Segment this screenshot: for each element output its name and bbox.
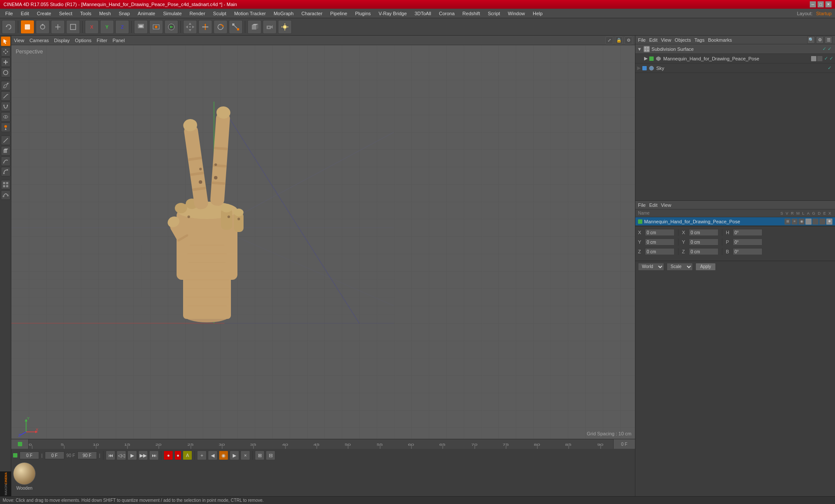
attr-flag-icon2[interactable]: ≡: [792, 219, 798, 225]
tl-goto-start[interactable]: ⏮: [106, 451, 115, 460]
attr-flag-icon6[interactable]: [819, 219, 825, 225]
toolbar-axis-z[interactable]: Z: [115, 20, 129, 34]
mannequin-attr-row[interactable]: Mannequin_Hand_for_Drawing_Peace_Pose ⊞ …: [635, 217, 835, 226]
toolbar-axis-y[interactable]: Y: [100, 20, 114, 34]
menu-redshift[interactable]: Redshift: [459, 10, 483, 17]
obj-panel-search[interactable]: 🔍: [807, 36, 815, 44]
toolbar-render-region[interactable]: [134, 20, 148, 34]
restore-button[interactable]: □: [818, 1, 824, 7]
vp-menu-display[interactable]: Display: [54, 38, 70, 43]
menu-script[interactable]: Script: [484, 10, 504, 17]
tl-play-back[interactable]: ◁◁: [117, 451, 126, 460]
menu-edit[interactable]: Edit: [17, 10, 33, 17]
subdiv-check2[interactable]: ✓: [828, 46, 832, 52]
toolbar-undo[interactable]: [2, 20, 16, 34]
close-button[interactable]: ✕: [825, 1, 832, 7]
timeline-fps-input[interactable]: [45, 451, 64, 459]
coord-p-val[interactable]: [733, 239, 762, 245]
coord-z-pos[interactable]: [645, 248, 675, 255]
tl-keyframe-del[interactable]: ×: [240, 451, 250, 460]
material-item-wooden[interactable]: Wooden: [13, 462, 36, 491]
timeline-start-frame[interactable]: [20, 451, 39, 459]
menu-3dto[interactable]: 3DToAll: [411, 10, 434, 17]
tl-record-active[interactable]: ●: [164, 451, 173, 460]
tl-play-forward[interactable]: ▶: [127, 451, 137, 460]
obj-menu-objects[interactable]: Objects: [675, 37, 691, 43]
tl-goto-end[interactable]: ⏭: [149, 451, 159, 460]
toolbar-object-move[interactable]: [183, 20, 197, 34]
mannequin-check1[interactable]: ✓: [824, 56, 828, 61]
toolbar-camera[interactable]: [263, 20, 277, 34]
viewport-settings[interactable]: ⚙: [625, 36, 632, 44]
menu-animate[interactable]: Animate: [134, 10, 159, 17]
toolbar-mode-polygons[interactable]: [66, 20, 80, 34]
toolbar-cube[interactable]: [247, 20, 261, 34]
vp-menu-filter[interactable]: Filter: [97, 38, 107, 43]
subdiv-row[interactable]: ▼ Subdivision Surface ✓ ✓: [635, 44, 835, 54]
menu-sculpt[interactable]: Sculpt: [210, 10, 230, 17]
obj-panel-settings[interactable]: ⚙: [816, 36, 824, 44]
toolbar-mode-edges[interactable]: [51, 20, 65, 34]
lt-loop[interactable]: [1, 112, 10, 122]
apply-button[interactable]: Apply: [695, 263, 716, 271]
tl-record-auto[interactable]: A: [183, 451, 192, 460]
scale-dropdown[interactable]: Scale Size: [667, 263, 693, 271]
tl-keyframe-cur[interactable]: ◉: [219, 451, 228, 460]
attr-flag-icon5[interactable]: [812, 219, 818, 225]
lt-spline[interactable]: [1, 156, 10, 166]
tl-keyframe-next[interactable]: ▶: [230, 451, 239, 460]
coord-x-rot[interactable]: [689, 229, 718, 236]
attr-flag-icon1[interactable]: ⊞: [785, 219, 791, 225]
menu-character[interactable]: Character: [298, 10, 326, 17]
obj-menu-bookmarks[interactable]: Bookmarks: [708, 37, 732, 43]
lt-poly-pen[interactable]: [1, 81, 10, 90]
obj-menu-view[interactable]: View: [661, 37, 671, 43]
tl-play-fast[interactable]: ▶▶: [138, 451, 148, 460]
attr-menu-view[interactable]: View: [661, 202, 671, 208]
obj-panel-layers[interactable]: ☰: [825, 36, 832, 44]
subdiv-expand-icon[interactable]: ▼: [637, 46, 642, 52]
coord-h-val[interactable]: [733, 229, 762, 236]
timeline-ruler[interactable]: 0 5 10 15 20 25: [11, 439, 635, 449]
tl-preview-all[interactable]: ⊞: [255, 451, 264, 460]
attr-flag-icon7[interactable]: ✱: [826, 219, 832, 225]
timeline-end-frame[interactable]: [77, 451, 97, 459]
menu-snap[interactable]: Snap: [115, 10, 134, 17]
menu-corona[interactable]: Corona: [435, 10, 458, 17]
toolbar-rotate[interactable]: [214, 20, 227, 34]
menu-help[interactable]: Help: [529, 10, 546, 17]
vp-menu-panel[interactable]: Panel: [113, 38, 125, 43]
mannequin-tag2[interactable]: [817, 56, 822, 61]
obj-menu-edit[interactable]: Edit: [649, 37, 658, 43]
lt-scale[interactable]: [1, 57, 10, 67]
toolbar-render[interactable]: [164, 20, 178, 34]
tl-timeline-view[interactable]: ⊟: [266, 451, 275, 460]
coord-y-pos[interactable]: [645, 239, 675, 245]
coord-x-pos[interactable]: [645, 229, 675, 236]
lt-grid[interactable]: [1, 180, 10, 189]
obj-menu-tags[interactable]: Tags: [695, 37, 705, 43]
menu-select[interactable]: Select: [56, 10, 76, 17]
toolbar-mode-model[interactable]: [20, 20, 34, 34]
attr-menu-edit[interactable]: Edit: [649, 202, 658, 208]
lt-move[interactable]: [1, 47, 10, 56]
mannequin-tag1[interactable]: [811, 56, 816, 61]
attr-menu-file[interactable]: File: [638, 202, 646, 208]
tl-keyframe-prev[interactable]: ◀: [208, 451, 217, 460]
world-dropdown[interactable]: World Object: [638, 263, 664, 271]
vp-menu-cameras[interactable]: Cameras: [30, 38, 49, 43]
toolbar-axis-x[interactable]: X: [85, 20, 99, 34]
lt-deform[interactable]: [1, 190, 10, 200]
attr-flag-icon4[interactable]: [805, 219, 812, 225]
layout-value[interactable]: Startup: [816, 11, 832, 16]
lt-select[interactable]: [1, 36, 10, 46]
menu-pipeline[interactable]: Pipeline: [327, 10, 351, 17]
viewport[interactable]: Perspective: [11, 45, 635, 439]
menu-mesh[interactable]: Mesh: [96, 10, 114, 17]
lt-paint[interactable]: [1, 123, 10, 132]
sky-check1[interactable]: ✓: [828, 65, 832, 71]
vp-menu-options[interactable]: Options: [75, 38, 91, 43]
lt-rotate[interactable]: [1, 68, 10, 77]
attr-flag-icon3[interactable]: ◉: [798, 219, 805, 225]
obj-menu-file[interactable]: File: [638, 37, 646, 43]
